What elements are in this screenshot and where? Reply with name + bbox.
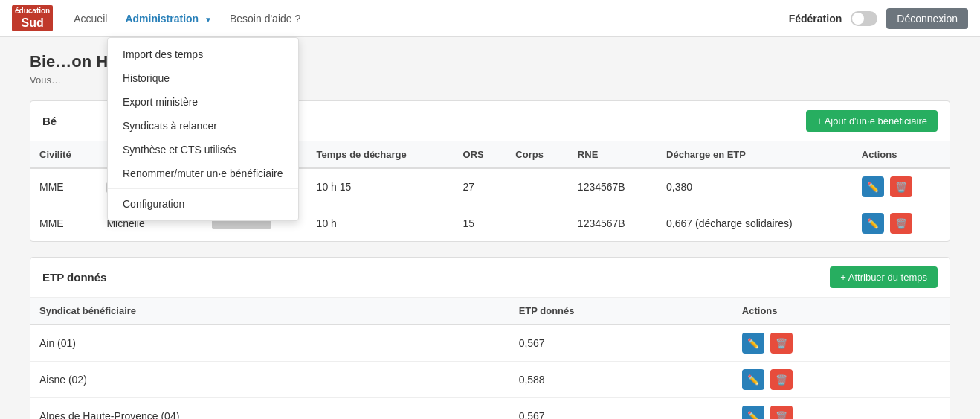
row1-rne: 1234567B <box>569 168 657 205</box>
row1-temps: 10 h 15 <box>308 168 454 205</box>
etp-col-actions: Actions <box>733 298 950 324</box>
logo-line1: éducation <box>15 7 50 15</box>
etp-row1-edit-button[interactable]: ✏️ <box>742 333 764 354</box>
etp-row1-delete-button[interactable]: 🗑️ <box>770 333 793 354</box>
dropdown-synthese-cts[interactable]: Synthèse et CTS utilisés <box>108 138 298 161</box>
row2-edit-button[interactable]: ✏️ <box>862 213 884 234</box>
row1-edit-button[interactable]: ✏️ <box>862 176 884 197</box>
brand-logo: éducation Sud <box>12 5 56 31</box>
etp-row3-edit-button[interactable]: ✏️ <box>742 406 764 419</box>
federation-label: Fédération <box>789 13 842 25</box>
col-corps: Corps <box>506 141 569 168</box>
dropdown-export-ministere[interactable]: Export ministère <box>108 90 298 114</box>
dropdown-renommer-muter[interactable]: Renommer/muter un·e bénéficiaire <box>108 161 298 185</box>
table-row: Ain (01) 0,567 ✏️ 🗑️ <box>30 324 950 362</box>
row2-temps: 10 h <box>308 205 454 242</box>
col-actions: Actions <box>853 141 950 168</box>
etp-header: ETP donnés + Attribuer du temps <box>30 258 950 298</box>
row2-rne: 1234567B <box>569 205 657 242</box>
etp-row2-syndicat: Aisne (02) <box>30 362 510 398</box>
beneficiaires-title: Bé <box>42 115 57 127</box>
row1-corps <box>506 168 569 205</box>
row2-ors: 15 <box>454 205 507 242</box>
dropdown-syndicats-relancer[interactable]: Syndicats à relancer <box>108 114 298 138</box>
etp-col-syndicat: Syndicat bénéficiaire <box>30 298 510 324</box>
etp-row2-etp: 0,588 <box>510 362 733 398</box>
deconnexion-button[interactable]: Déconnexion <box>886 8 968 29</box>
etp-title: ETP donnés <box>42 271 106 284</box>
attribuer-temps-button[interactable]: + Attribuer du temps <box>830 266 938 288</box>
col-rne: RNE <box>569 141 657 168</box>
row2-etp: 0,667 (décharge solidaires) <box>657 205 853 242</box>
nav-aide[interactable]: Besoin d'aide ? <box>227 13 303 25</box>
etp-row1-actions: ✏️ 🗑️ <box>733 324 950 362</box>
dropdown-import-temps[interactable]: Import des temps <box>108 42 298 66</box>
etp-row3-etp: 0,567 <box>510 398 733 420</box>
row1-actions: ✏️ 🗑️ <box>853 168 950 205</box>
dropdown-historique[interactable]: Historique <box>108 66 298 90</box>
nav-administration[interactable]: Administration ▼ <box>122 13 215 25</box>
row1-ors: 27 <box>454 168 507 205</box>
navbar-right: Fédération Déconnexion <box>789 8 968 29</box>
row2-corps <box>506 205 569 242</box>
row2-actions: ✏️ 🗑️ <box>853 205 950 242</box>
chevron-down-icon: ▼ <box>204 16 212 24</box>
etp-row2-delete-button[interactable]: 🗑️ <box>770 369 793 390</box>
table-row: Aisne (02) 0,588 ✏️ 🗑️ <box>30 362 950 398</box>
etp-row3-delete-button[interactable]: 🗑️ <box>770 406 793 419</box>
etp-section: ETP donnés + Attribuer du temps Syndicat… <box>30 257 950 419</box>
logo-line2: Sud <box>22 16 44 29</box>
admin-dropdown-menu: Import des temps Historique Export minis… <box>107 37 299 221</box>
etp-table-head: Syndicat bénéficiaire ETP donnés Actions <box>30 298 950 324</box>
logo-box: éducation Sud <box>12 5 53 31</box>
row1-delete-button[interactable]: 🗑️ <box>890 176 912 197</box>
etp-table: Syndicat bénéficiaire ETP donnés Actions… <box>30 298 950 419</box>
col-temps: Temps de décharge <box>308 141 454 168</box>
nav-accueil[interactable]: Accueil <box>71 13 110 25</box>
col-ors: ORS <box>454 141 507 168</box>
col-civilite: Civilité <box>30 141 97 168</box>
navbar: éducation Sud Accueil Administration ▼ B… <box>0 0 980 37</box>
etp-row1-etp: 0,567 <box>510 324 733 362</box>
federation-toggle[interactable] <box>851 11 877 26</box>
etp-row3-syndicat: Alpes de Haute-Provence (04) <box>30 398 510 420</box>
etp-col-etp: ETP donnés <box>510 298 733 324</box>
etp-row3-actions: ✏️ 🗑️ <box>733 398 950 420</box>
add-beneficiaire-button[interactable]: + Ajout d'un·e bénéficiaire <box>806 110 938 132</box>
row2-delete-button[interactable]: 🗑️ <box>890 213 912 234</box>
etp-row2-edit-button[interactable]: ✏️ <box>742 369 764 390</box>
row2-civilite: MME <box>30 205 97 242</box>
table-row: Alpes de Haute-Provence (04) 0,567 ✏️ 🗑️ <box>30 398 950 420</box>
etp-row1-syndicat: Ain (01) <box>30 324 510 362</box>
col-etp: Décharge en ETP <box>657 141 853 168</box>
dropdown-divider <box>108 188 298 189</box>
dropdown-configuration[interactable]: Configuration <box>108 192 298 216</box>
etp-table-body: Ain (01) 0,567 ✏️ 🗑️ Aisne (02) 0,588 ✏️… <box>30 324 950 419</box>
row1-etp: 0,380 <box>657 168 853 205</box>
nav-links: Accueil Administration ▼ Besoin d'aide ? <box>71 13 788 25</box>
etp-row2-actions: ✏️ 🗑️ <box>733 362 950 398</box>
row1-civilite: MME <box>30 168 97 205</box>
